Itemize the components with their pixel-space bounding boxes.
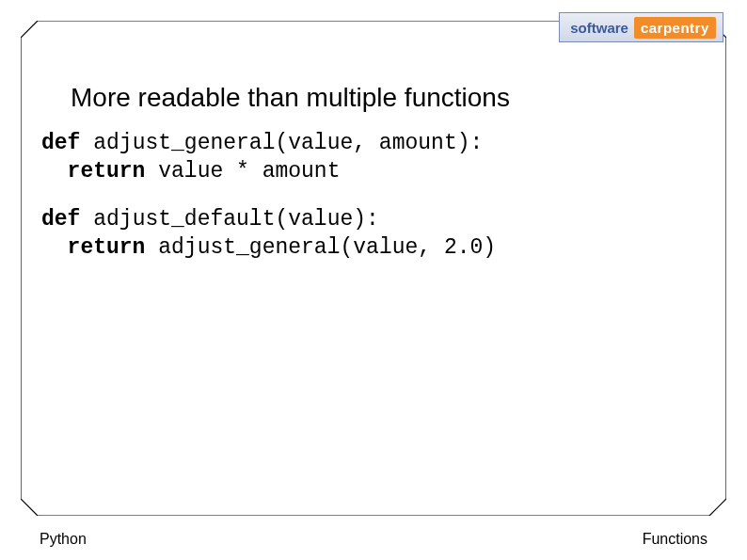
keyword-def: def	[41, 207, 80, 232]
keyword-def: def	[41, 131, 80, 155]
code-line: def adjust_default(value):	[41, 206, 496, 234]
code-block-general: def adjust_general(value, amount): retur…	[41, 130, 483, 186]
code-line: def adjust_general(value, amount):	[41, 130, 483, 158]
footer-left: Python	[40, 531, 87, 548]
slide-title: More readable than multiple functions	[71, 83, 510, 113]
brand-logo: software carpentry	[559, 12, 723, 42]
code-block-default: def adjust_default(value): return adjust…	[41, 206, 496, 263]
code-indent	[41, 235, 68, 260]
code-text: adjust_general(value, amount):	[80, 131, 483, 155]
code-text: adjust_general(value, 2.0)	[145, 235, 496, 260]
footer-right: Functions	[643, 531, 707, 548]
logo-text-right: carpentry	[634, 17, 716, 39]
keyword-return: return	[68, 235, 146, 260]
keyword-return: return	[68, 159, 146, 184]
code-line: return value * amount	[41, 158, 483, 186]
code-indent	[41, 159, 68, 184]
code-text: value * amount	[145, 159, 340, 184]
code-text: adjust_default(value):	[80, 207, 378, 232]
code-line: return adjust_general(value, 2.0)	[41, 234, 496, 263]
logo-text-left: software	[566, 18, 634, 38]
